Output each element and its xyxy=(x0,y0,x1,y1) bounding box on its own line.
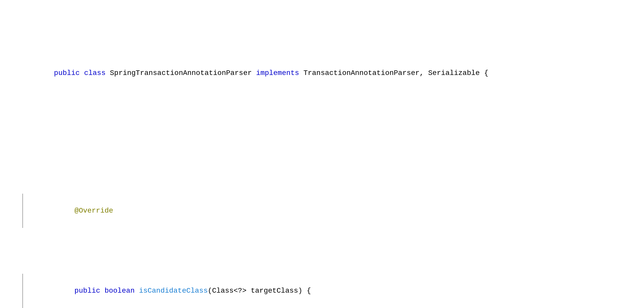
method-iscandidate: isCandidateClass xyxy=(139,287,208,295)
gutter-bar-iscandidate-sig xyxy=(22,274,23,308)
line-1-content: public class SpringTransactionAnnotation… xyxy=(28,56,629,90)
annotation-override-1: @Override xyxy=(74,207,113,215)
keyword-public: public xyxy=(54,69,84,77)
class-name: SpringTransactionAnnotationParser xyxy=(110,69,256,77)
line-empty-1-content xyxy=(28,136,629,148)
line-override-1-content: @Override xyxy=(28,194,629,228)
code-line-iscandidate-sig: public boolean isCandidateClass(Class<?>… xyxy=(15,274,629,308)
code-line-empty-1 xyxy=(15,136,629,148)
keyword-public-2: public xyxy=(74,287,105,295)
interface-names: TransactionAnnotationParser, Serializabl… xyxy=(303,69,488,77)
code-editor: public class SpringTransactionAnnotation… xyxy=(15,10,629,308)
code-line-1: public class SpringTransactionAnnotation… xyxy=(15,56,629,90)
gutter-o1 xyxy=(15,194,23,228)
keyword-implements: implements xyxy=(256,69,304,77)
line-iscandidate-sig-content: public boolean isCandidateClass(Class<?>… xyxy=(28,274,629,308)
sig-params: (Class<?> targetClass) { xyxy=(208,287,311,295)
code-line-override-1: @Override xyxy=(15,194,629,228)
keyword-class: class xyxy=(84,69,110,77)
gutter-iscandidate-sig xyxy=(15,274,23,308)
gutter-bar-o1 xyxy=(22,194,23,228)
keyword-boolean: boolean xyxy=(104,287,139,295)
